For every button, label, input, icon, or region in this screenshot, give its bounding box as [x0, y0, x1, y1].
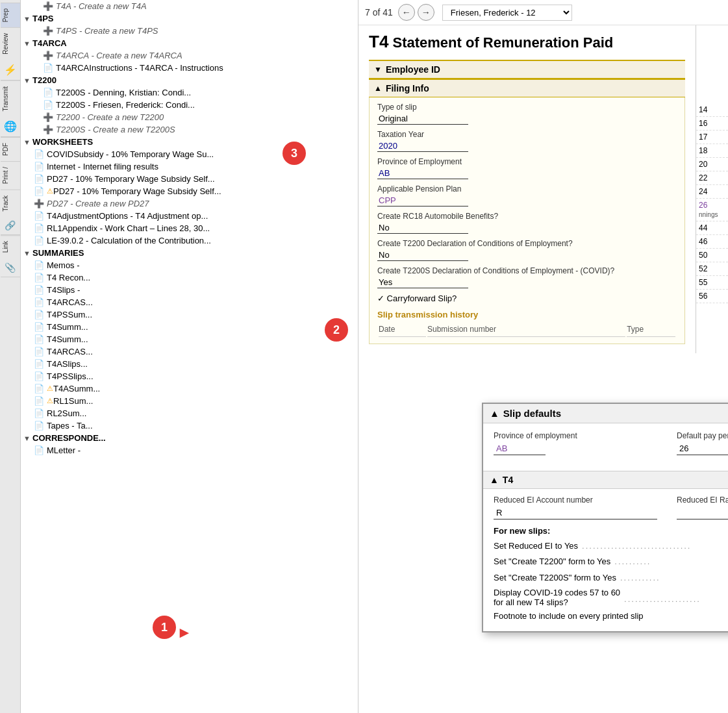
line-16: 16: [696, 117, 728, 131]
sidebar-item-tree[interactable]: 🔗: [1, 216, 20, 235]
sidebar-item-review[interactable]: Review: [1, 27, 20, 60]
tree-item-t2200-group[interactable]: ▼ T2200: [21, 74, 358, 86]
sidebar-item-link[interactable]: Link: [1, 235, 20, 258]
employee-id-header[interactable]: ▼ Employee ID: [369, 60, 685, 79]
tree-item-t2200s-friesen[interactable]: 📄 T2200S - Friesen, Frederick: Condi...: [21, 99, 358, 111]
tree-item-t4aslips[interactable]: 📄 T4ASlips...: [21, 358, 358, 370]
sidebar-item-clip[interactable]: 📎: [1, 258, 20, 277]
tree-item-rl1appendix[interactable]: 📄 RL1Appendix - Work Chart – Lines 28, 3…: [21, 222, 358, 234]
t2200s-value[interactable]: Yes: [377, 277, 468, 288]
doc-icon: 📄: [34, 223, 44, 233]
line-50: 50: [696, 249, 728, 262]
dots-1: ..............................: [582, 541, 728, 551]
for-new-row-4: Display COVID-19 codes 57 to 60for all n…: [494, 588, 728, 607]
nav-prev-button[interactable]: ←: [398, 4, 415, 21]
main-area: 7 of 41 ← → Friesen, Frederick - 12 T4 S…: [358, 0, 728, 713]
tree-item-correspond[interactable]: ▼ CORRESPONDE...: [21, 432, 358, 444]
tree-item-pd27-2[interactable]: 📄 ⚠ PD27 - 10% Temporary Wage Subsidy Se…: [21, 185, 358, 197]
sidebar-item-transmit[interactable]: Transmit: [1, 81, 20, 117]
for-new-row-3: Set "Create T2200S" form to Yes ........…: [494, 571, 728, 584]
nav-next-button[interactable]: →: [418, 4, 434, 21]
tree-item-t4asumm[interactable]: 📄 ⚠ T4ASumm...: [21, 382, 358, 395]
sidebar-item-prep[interactable]: Prep: [1, 3, 20, 27]
track-label: Track: [2, 195, 9, 212]
tree-item-t4slips[interactable]: 📄 T4Slips -: [21, 284, 358, 296]
sidebar-item-track[interactable]: Track: [1, 190, 20, 217]
tree-item-t2200s-new[interactable]: ➕ T2200S - Create a new T2200S: [21, 123, 358, 136]
tree-item-t2200-new[interactable]: ➕ T2200 - Create a new T2200: [21, 111, 358, 123]
pay-period-label: Default pay period type: [677, 431, 728, 440]
line-44: 44: [696, 221, 728, 235]
tree-item-t4arcas[interactable]: 📄 T4ARCAS...: [21, 296, 358, 308]
province-value[interactable]: AB: [377, 168, 468, 179]
tree-item-pd27-new[interactable]: ➕ PD27 - Create a new PD27: [21, 197, 358, 210]
pay-period-field: Default pay period type 26: [677, 431, 728, 455]
tree-item-internet[interactable]: 📄 Internet - Internet filing results: [21, 160, 358, 173]
tree-item-tapes[interactable]: 📄 Tapes - Ta...: [21, 419, 358, 432]
t2200-value[interactable]: No: [377, 249, 468, 261]
doc-icon: 📄: [34, 211, 44, 221]
transmission-title: Slip transmission history: [377, 310, 677, 319]
carryforward-label: ✓ Carryforward Slip?: [377, 294, 457, 303]
province-field: Province of employment AB: [494, 431, 657, 455]
tree-item-t4arca-instructions[interactable]: 📄 T4ARCAInstructions - T4ARCA - Instruct…: [21, 62, 358, 74]
warning-icon: ⚠: [47, 384, 53, 393]
pay-period-value[interactable]: 26: [677, 442, 728, 455]
reduced-ei-account-label: Reduced EI Account number: [494, 495, 657, 505]
doc-icon: 📄: [34, 334, 44, 344]
tree-item-t4adjust[interactable]: 📄 T4AdjustmentOptions - T4 Adjustment op…: [21, 210, 358, 222]
tree-item-t4recon[interactable]: 📄 T4 Recon...: [21, 271, 358, 284]
tree-item-covid[interactable]: 📄 COVIDSubsidy - 10% Temporary Wage Su..…: [21, 148, 358, 160]
filing-info-header[interactable]: ▲ Filing Info: [369, 79, 685, 97]
plus-icon: ➕: [43, 51, 53, 60]
sidebar-item-pdf[interactable]: PDF: [1, 137, 20, 161]
bolt-icon: ⚡: [4, 64, 17, 76]
doc-icon: 📄: [34, 347, 44, 356]
tree-item-t4ps-new[interactable]: ➕ T4PS - Create a new T4PS: [21, 25, 358, 37]
plus-icon: ➕: [43, 1, 53, 11]
tree-item-rl1sum[interactable]: 📄 ⚠ RL1Sum...: [21, 395, 358, 407]
tree-item-pd27-1[interactable]: 📄 PD27 - 10% Temporary Wage Subsidy Self…: [21, 173, 358, 185]
tree-item-mletter[interactable]: 📄 MLetter -: [21, 444, 358, 457]
slip-defaults-title: Slip defaults: [503, 408, 561, 419]
tree-item-rl2sum[interactable]: 📄 RL2Sum...: [21, 407, 358, 419]
tree-item-t4a-new[interactable]: ➕ T4A - Create a new T4A: [21, 0, 358, 12]
review-label: Review: [2, 33, 9, 55]
tree-item-worksheets[interactable]: ▼ WORKSHEETS: [21, 136, 358, 148]
tree-item-t2200s-denning[interactable]: 📄 T2200S - Denning, Kristian: Condi...: [21, 86, 358, 99]
tree-item-t4summ1[interactable]: 📄 T4Summ...: [21, 321, 358, 333]
dots-2: ..........: [614, 557, 728, 566]
province-field-value[interactable]: AB: [494, 442, 546, 455]
main-content-wrapper: T4 Statement of Remuneration Paid ▼ Empl…: [358, 25, 728, 353]
tree-item-t4summ2[interactable]: 📄 T4Summ...: [21, 333, 358, 345]
employee-dropdown[interactable]: Friesen, Frederick - 12: [442, 5, 572, 21]
auto-benefits-value[interactable]: No: [377, 222, 468, 234]
taxation-year-value[interactable]: 2020: [377, 140, 468, 152]
sidebar-item-globe[interactable]: 🌐: [1, 116, 20, 137]
type-of-slip-label: Type of slip: [377, 103, 677, 112]
type-of-slip-value[interactable]: Original: [377, 113, 468, 125]
auto-benefits-row: Create RC18 Automobile Benefits? No: [377, 212, 677, 234]
transmission-section: Slip transmission history Date Submissio…: [377, 310, 677, 338]
tree-item-t4arca[interactable]: ▼ T4ARCA: [21, 37, 358, 49]
tree-item-memos[interactable]: 📄 Memos -: [21, 259, 358, 271]
tree-item-t4psslips[interactable]: 📄 T4PSSlips...: [21, 370, 358, 382]
reduced-ei-account-value[interactable]: R: [494, 507, 657, 519]
reduced-ei-rate-value[interactable]: [677, 507, 728, 519]
tree-item-t4arcas2[interactable]: 📄 T4ARCAS...: [21, 345, 358, 358]
doc-icon: 📄: [34, 310, 44, 319]
tree-item-t4arca-new[interactable]: ➕ T4ARCA - Create a new T4ARCA: [21, 49, 358, 62]
warning-icon: ⚠: [47, 187, 53, 195]
tree-item-le39[interactable]: 📄 LE-39.0.2 - Calculation of the Contrib…: [21, 234, 358, 247]
tree-item-t4pssum[interactable]: 📄 T4PSSum...: [21, 308, 358, 321]
tree-item-summaries[interactable]: ▼ SUMMARIES: [21, 247, 358, 259]
sidebar-item-bolt[interactable]: ⚡: [1, 60, 20, 81]
sidebar-item-print[interactable]: Print /: [1, 161, 20, 189]
tree-item-t4ps[interactable]: ▼ T4PS: [21, 12, 358, 25]
line-18: 18: [696, 144, 728, 158]
t4-header-label: T4: [503, 475, 513, 485]
slip-defaults-t4-header: ▲ T4: [483, 471, 728, 489]
doc-icon: 📄: [34, 174, 44, 184]
pension-plan-value[interactable]: CPP: [377, 195, 468, 206]
set-reduced-ei-label: Set Reduced EI to Yes: [494, 541, 578, 551]
